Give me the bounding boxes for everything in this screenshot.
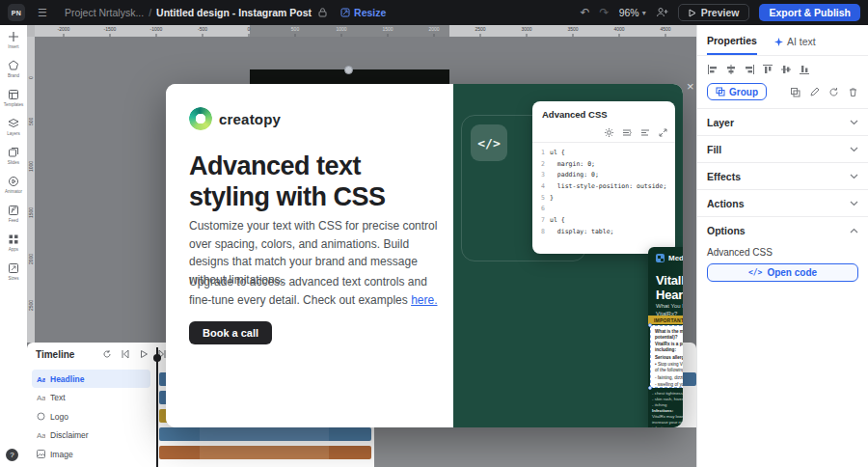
wrap-lines-icon[interactable] xyxy=(622,128,632,137)
timeline-row-logo[interactable]: Logo xyxy=(27,407,157,426)
undo-icon[interactable]: ↶ xyxy=(581,7,590,18)
brand-row: creatopy xyxy=(189,107,281,130)
sidebar-item-feed[interactable]: Feed xyxy=(0,205,27,223)
lock-icon[interactable] xyxy=(318,8,327,17)
ruler-tick-label: 4500 xyxy=(660,26,670,32)
sidebar-item-label: Sizes xyxy=(8,276,18,281)
text-icon: Aa xyxy=(37,431,45,439)
selection-handle[interactable] xyxy=(648,386,652,390)
resize-button[interactable]: Resize xyxy=(340,7,386,18)
upgrade-modal: creatopy Advanced text styling with CSS … xyxy=(166,84,683,427)
ruler-tick-label: 2500 xyxy=(28,300,34,311)
artboard-resize-handle[interactable] xyxy=(344,66,353,74)
selection-handle[interactable] xyxy=(648,323,652,327)
playhead-line[interactable] xyxy=(156,347,158,467)
timeline-row-disclaimer[interactable]: AaDisclaimer xyxy=(27,426,157,445)
timeline-bar-image[interactable] xyxy=(159,446,371,459)
ad-safety-textbox[interactable]: What is the most important information I… xyxy=(650,325,683,388)
hamburger-menu-icon[interactable]: ☰ xyxy=(38,7,47,19)
section-layer[interactable]: Layer xyxy=(697,108,868,135)
app-logo[interactable]: PN xyxy=(8,4,25,21)
code-icon: </> xyxy=(748,268,762,277)
sidebar-item-animator[interactable]: Animator xyxy=(0,176,27,194)
group-button[interactable]: Group xyxy=(707,83,767,100)
duplicate-icon[interactable] xyxy=(790,87,800,97)
prev-keyframe-icon[interactable] xyxy=(121,349,130,359)
ruler-tick xyxy=(110,34,111,37)
section-label: Actions xyxy=(707,198,745,209)
sidebar-item-insert[interactable]: Insert xyxy=(0,31,27,49)
rotate-icon[interactable] xyxy=(828,87,839,97)
examples-link[interactable]: here. xyxy=(411,293,437,307)
sidebar-item-slides[interactable]: Slides xyxy=(0,147,27,165)
timeline-bar-disclaimer[interactable] xyxy=(159,427,371,441)
code-text: ul { xyxy=(550,215,565,227)
timeline-row-headline[interactable]: AaHeadline xyxy=(32,370,150,388)
edit-icon[interactable] xyxy=(809,87,820,97)
modal-close-icon[interactable]: × xyxy=(687,79,694,94)
document-title[interactable]: Untitled design - Instagram Post xyxy=(156,7,312,18)
section-options[interactable]: Options xyxy=(697,216,868,243)
section-effects[interactable]: Effects xyxy=(697,162,868,189)
ruler-tick xyxy=(573,34,574,37)
alignment-toolbar xyxy=(697,56,868,81)
playhead-handle[interactable] xyxy=(153,354,161,362)
redo-icon[interactable]: ↷ xyxy=(600,7,610,18)
code-line: 8 display: table; xyxy=(532,227,675,238)
ruler-tick xyxy=(527,34,528,37)
align-bottom-icon[interactable] xyxy=(799,64,810,75)
align-left-icon[interactable] xyxy=(707,64,719,75)
sidebar-item-brand[interactable]: Brand xyxy=(0,60,27,78)
safety-paragraph: - swelling of your face, eyelids, lips, … xyxy=(655,382,683,388)
align-center-h-icon[interactable] xyxy=(725,64,737,75)
timeline-row-image[interactable]: Image xyxy=(27,445,157,463)
sidebar-item-apps[interactable]: Apps xyxy=(0,234,27,252)
ruler-tick-label: 500 xyxy=(291,26,299,32)
help-button[interactable]: ? xyxy=(6,449,18,461)
sidebar-item-layers[interactable]: Layers xyxy=(0,118,27,136)
delete-icon[interactable] xyxy=(848,87,858,97)
play-icon xyxy=(689,9,696,17)
footer-line: VitalRx may lower the ability of your im… xyxy=(652,414,683,427)
align-right-icon[interactable] xyxy=(744,64,755,75)
loop-icon[interactable] xyxy=(102,349,112,359)
tab-properties[interactable]: Properties xyxy=(707,35,757,55)
vertical-ruler: 05001000150020002500 xyxy=(27,37,35,343)
line-number: 3 xyxy=(532,170,550,181)
sidebar-item-label: Feed xyxy=(9,218,18,223)
code-editor[interactable]: 1ul {2 margin: 0;3 padding: 0;4 list-sty… xyxy=(532,143,675,238)
footer-line: - skin rash, hives xyxy=(652,397,683,402)
ruler-tick xyxy=(64,34,65,37)
open-code-button[interactable]: </> Open code xyxy=(707,263,858,282)
play-icon[interactable] xyxy=(139,349,149,359)
timeline-row-label: Headline xyxy=(50,374,84,384)
align-top-icon[interactable] xyxy=(762,64,773,75)
book-a-call-button[interactable]: Book a call xyxy=(189,321,272,344)
project-name[interactable]: Project Nrtalysk... xyxy=(65,7,144,18)
apps-icon xyxy=(8,234,19,245)
expand-icon[interactable] xyxy=(659,128,667,137)
invite-user-icon[interactable] xyxy=(656,7,668,18)
position-icon[interactable] xyxy=(775,89,781,95)
ruler-tick-label: 1500 xyxy=(382,26,393,32)
sparkle-icon xyxy=(774,38,783,46)
zoom-level-dropdown[interactable]: 96%▾ xyxy=(619,7,646,18)
format-code-icon[interactable] xyxy=(640,128,650,137)
section-actions[interactable]: Actions xyxy=(697,189,868,216)
creatopy-logo-icon xyxy=(189,107,212,130)
export-publish-button[interactable]: Export & Publish xyxy=(759,4,860,21)
align-middle-icon[interactable] xyxy=(780,64,792,75)
preview-button[interactable]: Preview xyxy=(678,4,750,21)
timeline-row-text[interactable]: AaText xyxy=(27,389,157,407)
tab-ai-text[interactable]: AI text xyxy=(774,36,816,54)
templates-icon xyxy=(8,89,19,100)
theme-icon[interactable] xyxy=(605,128,613,137)
timeline-row-label: Logo xyxy=(50,412,68,422)
brand-name: creatopy xyxy=(219,111,281,127)
sidebar-item-templates[interactable]: Templates xyxy=(0,89,27,107)
chevron-down-icon xyxy=(850,120,858,125)
safety-paragraph: VitalRx is a prescription medicine that … xyxy=(655,342,683,353)
ruler-tick xyxy=(203,34,203,37)
sidebar-item-sizes[interactable]: Sizes xyxy=(0,262,27,281)
section-fill[interactable]: Fill xyxy=(697,135,868,162)
